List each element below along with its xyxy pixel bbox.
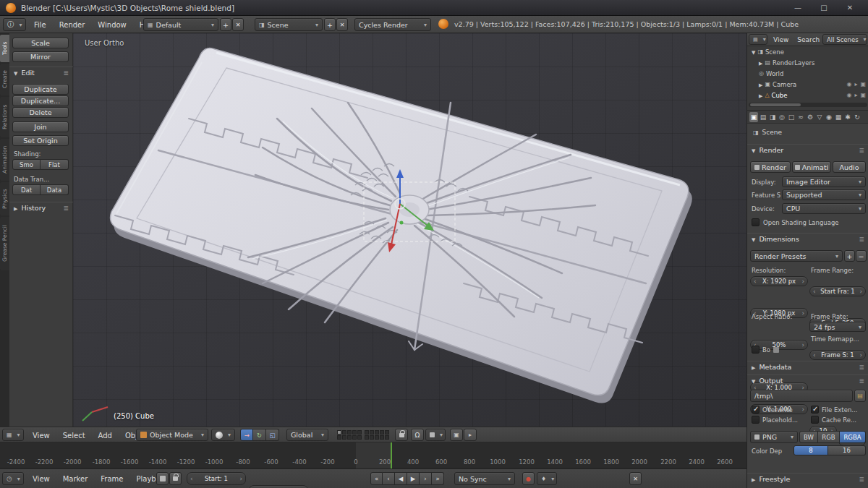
set-origin-button[interactable]: Set Origin bbox=[12, 135, 69, 146]
outliner-editor-selector[interactable]: ▤ bbox=[749, 34, 767, 45]
viewport-menu-select[interactable]: Select bbox=[56, 427, 92, 443]
constraints-tab-icon[interactable]: ≈ bbox=[796, 112, 805, 122]
timeline-ruler[interactable]: -2400 -2200 -2000 -1800 -1600 -1400 -120… bbox=[0, 442, 746, 468]
current-frame-marker[interactable] bbox=[391, 442, 392, 468]
texture-tab-icon[interactable]: ▦ bbox=[834, 112, 843, 122]
render-animation-button[interactable]: Animati bbox=[792, 161, 831, 173]
outliner-menu-view[interactable]: View bbox=[769, 33, 793, 46]
freestyle-panel-header[interactable]: Freestyle bbox=[747, 473, 868, 484]
selectable-toggle-icon[interactable]: ▸ bbox=[854, 81, 857, 87]
browse-output-path-button[interactable]: ▤ bbox=[854, 390, 866, 402]
bw-button[interactable]: BW bbox=[799, 431, 818, 443]
rotate-manipulator-button[interactable]: ↻ bbox=[253, 429, 266, 441]
panel-grip-icon[interactable] bbox=[859, 147, 864, 154]
frame-step-field[interactable]: Frame S: 1 bbox=[809, 350, 866, 360]
outliner-item-world[interactable]: ◎ World bbox=[747, 68, 868, 79]
start-frame-field[interactable]: Start: 1 bbox=[187, 472, 246, 485]
render-panel-header[interactable]: Render bbox=[747, 144, 868, 155]
overwrite-checkbox[interactable] bbox=[752, 406, 760, 414]
layers-group-1[interactable] bbox=[337, 430, 362, 440]
cache-result-checkbox[interactable] bbox=[811, 416, 819, 424]
border-checkbox[interactable] bbox=[752, 346, 760, 354]
dimensions-panel-header[interactable]: Dimensions bbox=[747, 233, 868, 244]
timeline-menu-marker[interactable]: Marker bbox=[56, 469, 95, 488]
use-preview-range-toggle[interactable] bbox=[156, 472, 169, 485]
outliner-display-filter[interactable]: All Scenes bbox=[822, 34, 867, 45]
duplicate-linked-button[interactable]: Duplicate... bbox=[12, 95, 69, 106]
mode-selector[interactable]: Object Mode bbox=[136, 429, 208, 441]
outliner-item-cube[interactable]: △ Cube ◉ ▸ ▣ bbox=[747, 90, 868, 100]
display-selector[interactable]: Image Editor bbox=[782, 176, 866, 187]
opengl-render-anim-button[interactable]: ▸ bbox=[464, 429, 477, 441]
timeline-menu-view[interactable]: View bbox=[26, 469, 56, 488]
delete-scene-button[interactable]: ✕ bbox=[336, 18, 348, 31]
feature-set-selector[interactable]: Supported bbox=[782, 189, 866, 200]
placeholders-checkbox[interactable] bbox=[752, 416, 760, 424]
opengl-render-button[interactable]: ▣ bbox=[450, 429, 463, 441]
file-format-selector[interactable]: PNG bbox=[750, 431, 798, 443]
data2-button[interactable]: Data bbox=[41, 184, 69, 195]
object-tab-icon[interactable]: □ bbox=[787, 112, 796, 122]
modifiers-tab-icon[interactable]: ⚙ bbox=[806, 112, 814, 122]
screen-layout-selector[interactable]: ▦ Default bbox=[143, 18, 218, 31]
tool-tab-tools[interactable]: Tools bbox=[0, 35, 9, 62]
scale-button[interactable]: Scale bbox=[12, 38, 69, 48]
menu-render[interactable]: Render bbox=[53, 16, 92, 33]
tool-tab-grease-pencil[interactable]: Grease Pencil bbox=[0, 217, 9, 270]
timeline-menu-frame[interactable]: Frame bbox=[94, 469, 129, 488]
panel-grip-icon[interactable] bbox=[63, 205, 69, 212]
layers-group-2[interactable] bbox=[365, 430, 389, 440]
device-selector[interactable]: CPU bbox=[782, 203, 866, 214]
translate-manipulator-button[interactable]: → bbox=[240, 429, 253, 441]
output-path-field[interactable]: /tmp\ bbox=[750, 390, 853, 402]
outliner-item-camera[interactable]: ▣ Camera ◉ ▸ ▣ bbox=[747, 79, 868, 90]
edit-panel-header[interactable]: Edit bbox=[9, 67, 73, 78]
selectable-toggle-icon[interactable]: ▸ bbox=[854, 92, 857, 98]
tool-tab-animation[interactable]: Animation bbox=[0, 139, 9, 181]
jump-to-start-button[interactable]: « bbox=[370, 472, 383, 485]
viewport-menu-view[interactable]: View bbox=[26, 427, 56, 443]
file-extensions-checkbox[interactable] bbox=[811, 406, 819, 414]
keying-set-selector[interactable]: ♦ bbox=[537, 472, 557, 485]
join-button[interactable]: Join bbox=[12, 121, 69, 132]
resolution-x-field[interactable]: X: 1920 px bbox=[750, 276, 808, 286]
shade-smooth-button[interactable]: Smo bbox=[12, 159, 41, 170]
history-panel-header[interactable]: History bbox=[9, 202, 73, 213]
minimize-button[interactable]: — bbox=[786, 1, 810, 14]
lock-to-scene-button[interactable] bbox=[395, 429, 408, 441]
panel-grip-icon[interactable] bbox=[859, 364, 864, 371]
scene-selector[interactable]: ◨ Scene bbox=[255, 18, 323, 31]
mirror-button[interactable]: Mirror bbox=[12, 51, 69, 62]
next-keyframe-button[interactable]: › bbox=[420, 472, 432, 485]
outliner-scrollbar[interactable] bbox=[749, 103, 867, 107]
snap-element-selector[interactable] bbox=[425, 429, 446, 441]
delete-layout-button[interactable]: ✕ bbox=[232, 18, 244, 31]
render-engine-selector[interactable]: Cycles Render bbox=[354, 18, 431, 31]
scrollbar-handle[interactable] bbox=[750, 103, 801, 106]
add-preset-button[interactable]: + bbox=[844, 250, 855, 262]
transform-orientation-selector[interactable]: Global bbox=[286, 429, 328, 441]
outliner-menu-search[interactable]: Search bbox=[793, 33, 824, 46]
rgb-button[interactable]: RGB bbox=[818, 431, 840, 443]
scene-tab-icon[interactable]: ◨ bbox=[768, 112, 777, 122]
hide-toggle-icon[interactable]: ◉ bbox=[846, 81, 851, 87]
render-audio-button[interactable]: Audio bbox=[833, 161, 866, 173]
record-button[interactable]: ● bbox=[522, 472, 535, 485]
add-layout-button[interactable]: + bbox=[220, 18, 231, 31]
expand-icon[interactable] bbox=[759, 92, 762, 99]
metadata-panel-header[interactable]: Metadata bbox=[747, 361, 868, 372]
add-scene-button[interactable]: + bbox=[324, 18, 336, 31]
render-presets-selector[interactable]: Render Presets bbox=[750, 250, 843, 262]
hide-toggle-icon[interactable]: ◉ bbox=[846, 92, 851, 98]
menu-file[interactable]: File bbox=[27, 16, 53, 33]
close-button[interactable]: ✕ bbox=[838, 1, 862, 14]
menu-window[interactable]: Window bbox=[91, 16, 132, 33]
depth-8-button[interactable]: 8 bbox=[793, 445, 828, 455]
prev-keyframe-button[interactable]: ‹ bbox=[383, 472, 395, 485]
jump-to-end-button[interactable]: » bbox=[432, 472, 444, 485]
frame-rate-selector[interactable]: 24 fps bbox=[809, 322, 866, 332]
panel-grip-icon[interactable] bbox=[859, 476, 864, 483]
material-tab-icon[interactable]: ◉ bbox=[825, 112, 833, 122]
expand-icon[interactable] bbox=[759, 81, 762, 88]
play-reverse-button[interactable]: ◀ bbox=[395, 472, 407, 485]
